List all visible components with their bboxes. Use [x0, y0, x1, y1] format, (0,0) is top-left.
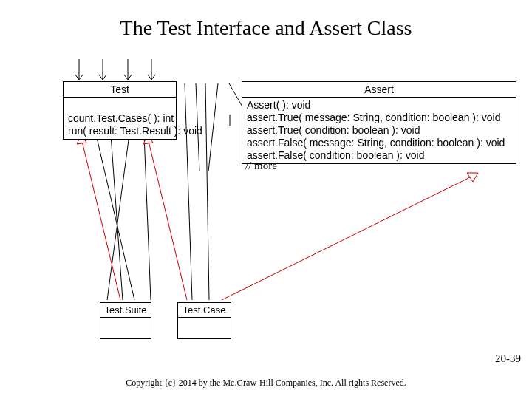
- uml-operation: Assert( ): void: [247, 99, 511, 112]
- svg-line-16: [148, 138, 187, 300]
- svg-line-14: [81, 138, 120, 300]
- svg-line-11: [107, 134, 129, 300]
- svg-line-4: [185, 83, 192, 300]
- diagram-lines: [0, 0, 532, 399]
- uml-operations: [178, 328, 231, 338]
- uml-operation: assert.True( condition: boolean ): void: [247, 124, 511, 137]
- svg-line-13: [111, 134, 123, 300]
- uml-operations: count.Test.Cases( ): int run( result: Te…: [64, 111, 176, 139]
- uml-operation: assert.True( message: String, condition:…: [247, 112, 511, 124]
- slide-title: The Test Interface and Assert Class: [0, 16, 532, 40]
- uml-attributes: [100, 318, 151, 328]
- svg-line-10: [96, 134, 134, 300]
- uml-operation: count.Test.Cases( ): int: [68, 112, 171, 125]
- uml-class-name: Assert: [242, 82, 516, 98]
- copyright-text: Copyright {c} 2014 by the Mc.Graw-Hill C…: [0, 378, 532, 389]
- uml-class-test: Test count.Test.Cases( ): int run( resul…: [63, 81, 177, 140]
- uml-class-testsuite: Test.Suite: [100, 302, 151, 339]
- uml-class-testcase: Test.Case: [177, 302, 231, 339]
- uml-operation: assert.False( condition: boolean ): void: [247, 149, 511, 162]
- uml-class-assert: Assert Assert( ): void assert.True( mess…: [242, 81, 516, 164]
- uml-operations: [100, 328, 151, 338]
- uml-operations: Assert( ): void assert.True( message: St…: [242, 98, 516, 163]
- uml-operation: assert.False( message: String, condition…: [247, 137, 511, 149]
- uml-attributes: [64, 98, 176, 111]
- uml-attributes: [178, 318, 231, 328]
- svg-line-7: [208, 83, 218, 171]
- uml-class-name: Test.Suite: [100, 303, 151, 318]
- uml-operation: run( result: Test.Result ): void: [68, 125, 171, 137]
- svg-marker-19: [467, 173, 478, 182]
- uml-class-name: Test.Case: [178, 303, 231, 318]
- svg-line-18: [222, 176, 473, 300]
- more-comment: // more: [245, 160, 277, 172]
- svg-line-6: [205, 83, 209, 300]
- page-number: 20-39: [495, 352, 521, 365]
- uml-class-name: Test: [64, 82, 176, 98]
- svg-line-12: [144, 134, 151, 300]
